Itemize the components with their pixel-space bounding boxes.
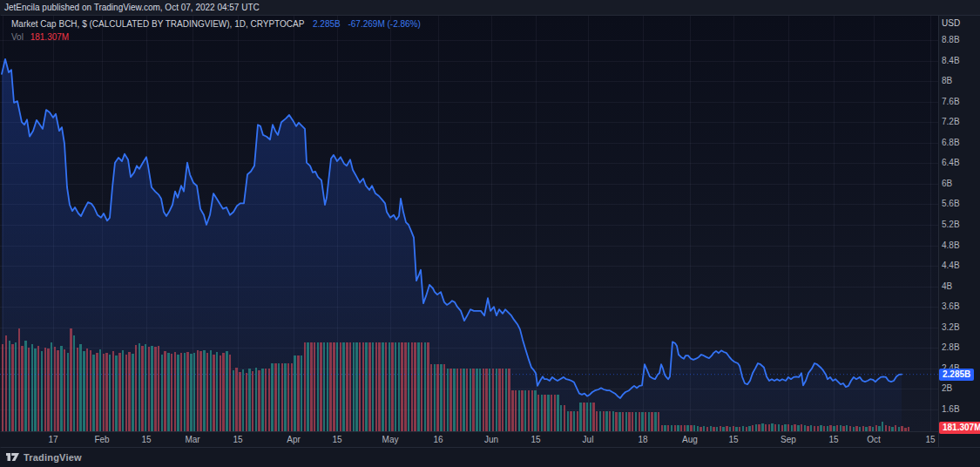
price-axis[interactable]: USD 8.8B8.4B8B7.6B7.2B6.8B6.4B6B5.6B5.2B… [938, 15, 980, 447]
tradingview-logo-text[interactable]: TradingView [24, 452, 82, 463]
time-tick-label: 15 [916, 435, 945, 445]
chart-canvas[interactable] [0, 0, 980, 467]
price-tick-label: 5.2B [942, 220, 960, 230]
time-tick-label: Apr [279, 435, 308, 445]
time-tick-label: Oct [859, 435, 889, 445]
time-tick-label: Mar [178, 435, 207, 445]
tradingview-logo-icon [6, 451, 19, 463]
time-tick-label: Jul [573, 435, 603, 445]
price-tick-label: 3.6B [942, 301, 960, 312]
price-tick-label: 4B [942, 281, 952, 292]
last-price-badge: 2.285B [939, 369, 974, 381]
time-tick-label: 15 [521, 435, 551, 445]
price-tick-label: 4.8B [942, 240, 960, 251]
time-tick-label: 15 [322, 435, 352, 445]
price-tick-label: 7.6B [942, 97, 960, 107]
time-tick-label: Aug [675, 435, 705, 445]
price-tick-label: 6.8B [942, 138, 960, 148]
time-tick-label: 16 [423, 435, 453, 445]
price-tick-label: 3.2B [942, 322, 960, 333]
legend-last-value: 2.285B [313, 19, 341, 29]
time-tick-label: 15 [132, 435, 161, 445]
price-tick-label: 7.2B [942, 117, 960, 127]
time-tick-label: Jun [476, 435, 506, 445]
time-tick-label: 17 [38, 435, 68, 445]
time-tick-label: May [375, 435, 405, 445]
price-tick-label: 6B [942, 179, 952, 189]
legend-symbol-title[interactable]: Market Cap BCH, $ (CALCULATED BY TRADING… [11, 19, 304, 29]
price-tick-label: 5.6B [942, 199, 960, 209]
time-tick-label: 15 [719, 435, 748, 445]
legend-volume-label: Vol [11, 32, 24, 42]
time-tick-label: 18 [628, 435, 658, 445]
price-tick-label: 2.8B [942, 342, 960, 353]
time-axis[interactable]: 17Feb15Mar15Apr15May16Jun15Jul18Aug15Sep… [0, 431, 938, 447]
footer-branding: TradingView [6, 450, 82, 464]
price-axis-currency-label: USD [942, 18, 960, 29]
time-tick-label: 15 [819, 435, 848, 445]
time-tick-label: 15 [223, 435, 253, 445]
price-tick-label: 8B [942, 76, 952, 86]
price-tick-label: 6.4B [942, 158, 960, 168]
time-tick-label: Sep [774, 435, 803, 445]
legend-change-value: -67.269M (-2.86%) [348, 19, 420, 29]
legend-volume-value: 181.307M [30, 32, 69, 42]
volume-value-badge: 181.307M [939, 422, 980, 434]
price-tick-label: 4.4B [942, 261, 960, 271]
price-tick-label: 8.8B [942, 35, 960, 45]
time-tick-label: Feb [87, 435, 117, 445]
tradingview-published-chart: JetEncila published on TradingView.com, … [0, 0, 980, 467]
tradingview-logo[interactable]: TradingView [6, 451, 82, 463]
price-tick-label: 1.6B [942, 404, 960, 415]
price-tick-label: 2B [942, 383, 952, 394]
price-tick-label: 8.4B [942, 56, 960, 66]
chart-legend: Market Cap BCH, $ (CALCULATED BY TRADING… [11, 18, 421, 43]
